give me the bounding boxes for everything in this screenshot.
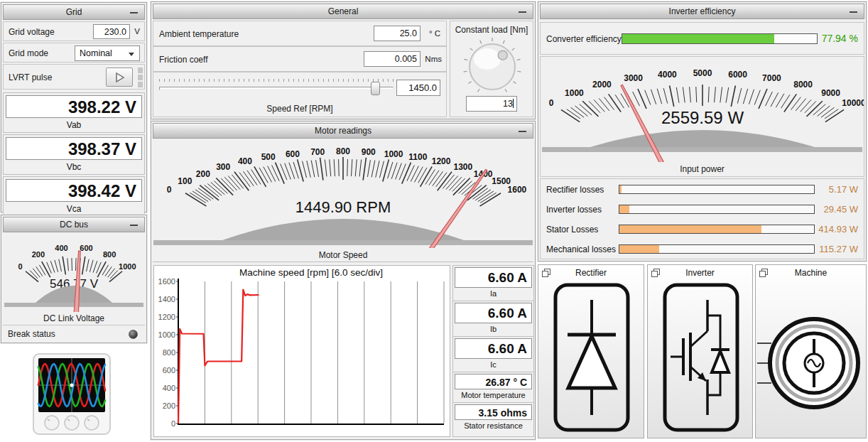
- machine-panel: Machine: [755, 264, 867, 438]
- constant-load-box: Constant load [Nm] 13: [450, 21, 533, 117]
- friction-coeff-input[interactable]: 0.005: [364, 51, 421, 67]
- minimize-icon[interactable]: [519, 11, 526, 13]
- speed-ref-input[interactable]: 1450.0: [396, 80, 440, 96]
- reading-ia: 6.60 A Ia: [453, 267, 533, 301]
- reading-ic: 6.60 A Ic: [453, 338, 533, 372]
- ambient-temperature-label: Ambient temperature: [159, 29, 239, 39]
- svg-text:800: 800: [103, 250, 116, 259]
- svg-text:7000: 7000: [762, 73, 781, 83]
- svg-text:200: 200: [32, 250, 45, 259]
- machine-icon: [756, 281, 866, 436]
- svg-text:400: 400: [163, 384, 175, 392]
- friction-coeff-row: Friction coeff 0.005 Nms: [153, 46, 447, 72]
- speed-ref-slider-handle[interactable]: [371, 82, 380, 95]
- reading-ib: 6.60 A Ib: [453, 303, 533, 337]
- converter-efficiency-bar: [622, 33, 818, 44]
- constant-load-input[interactable]: 13: [466, 96, 517, 112]
- grid-mode-label: Grid mode: [9, 48, 48, 58]
- grid-voltage-input[interactable]: 230.0: [93, 24, 130, 39]
- restore-icon[interactable]: [759, 269, 769, 278]
- panel-title: Inverter efficiency: [669, 6, 736, 16]
- svg-text:0: 0: [167, 185, 172, 195]
- svg-text:2559.59 W: 2559.59 W: [661, 108, 744, 127]
- restore-icon[interactable]: [542, 269, 551, 278]
- break-status-label: Break status: [8, 329, 55, 339]
- svg-text:100: 100: [178, 176, 192, 186]
- ambient-temperature-row: Ambient temperature 25.0 ° C: [153, 21, 447, 46]
- svg-text:1000: 1000: [565, 88, 584, 98]
- grid-voltage-unit: V: [134, 27, 140, 36]
- ambient-temperature-unit: ° C: [429, 29, 440, 38]
- minimize-icon[interactable]: [519, 131, 526, 132]
- speed-ref-slider-track[interactable]: [159, 87, 394, 90]
- reading-stator-resistance: 3.15 ohms Stator resistance: [453, 404, 533, 433]
- rectifier-panel: Rectifier: [538, 264, 644, 438]
- grid-mode-select[interactable]: Nominal: [75, 45, 140, 61]
- svg-text:5000: 5000: [693, 68, 712, 78]
- svg-text:1000: 1000: [119, 262, 136, 271]
- loss-row-mechanical: Mechanical losses 115.27 W: [541, 239, 864, 259]
- lvrt-play-button[interactable]: [106, 68, 133, 87]
- machine-speed-chart: 02004006008001000120014001600Machine spe…: [154, 266, 448, 435]
- motor-readings-titlebar: Motor readings: [153, 123, 533, 139]
- loss-row-stator: Stator Losses 414.93 W: [541, 220, 864, 239]
- svg-text:800: 800: [163, 348, 175, 357]
- svg-text:0: 0: [549, 98, 554, 108]
- svg-text:900: 900: [362, 147, 376, 157]
- motor-readings-panel: Motor readings 0100200300400500600700800…: [151, 121, 536, 440]
- svg-text:600: 600: [80, 244, 92, 252]
- svg-text:200: 200: [163, 401, 175, 410]
- minimize-icon[interactable]: [850, 11, 857, 13]
- svg-text:1600: 1600: [158, 277, 175, 286]
- friction-coeff-label: Friction coeff: [159, 55, 207, 65]
- converter-efficiency-fill: [622, 34, 774, 43]
- panel-title: Grid: [66, 7, 82, 17]
- voltage-display-vab: 398.22 V Vab: [3, 92, 145, 133]
- grid-mode-row: Grid mode Nominal: [3, 43, 145, 63]
- input-power-frame: 0100020003000400050006000700080009000100…: [540, 56, 864, 177]
- constant-load-knob[interactable]: [458, 37, 526, 95]
- dc-link-voltage-gauge: 02004006008001000546.77 V: [3, 234, 145, 312]
- svg-text:3000: 3000: [624, 73, 643, 83]
- converter-efficiency-label: Converter efficiency: [546, 34, 622, 44]
- svg-text:1449.90 RPM: 1449.90 RPM: [295, 198, 391, 216]
- inverter-efficiency-panel: Inverter efficiency Converter efficiency…: [538, 1, 867, 262]
- panel-title: General: [328, 6, 359, 16]
- restore-icon[interactable]: [651, 269, 661, 278]
- svg-text:800: 800: [336, 146, 350, 156]
- minimize-icon[interactable]: [130, 225, 138, 226]
- constant-load-label: Constant load [Nm]: [450, 25, 533, 35]
- svg-text:10000: 10000: [842, 98, 864, 108]
- dc-gauge-label: DC Link Voltage: [1, 313, 146, 323]
- svg-text:1200: 1200: [432, 156, 451, 166]
- minimize-icon[interactable]: [130, 12, 138, 14]
- motor-readings-column: 6.60 A Ia 6.60 A Ib 6.60 A Ic 26.87 ° C …: [452, 265, 534, 437]
- device-title: Inverter: [648, 265, 752, 278]
- converter-efficiency-value: 77.94 %: [822, 33, 858, 44]
- display-label: Vbc: [4, 162, 144, 174]
- scroll-strip[interactable]: [137, 66, 143, 87]
- general-titlebar: General: [153, 4, 533, 19]
- display-value: 398.42 V: [6, 179, 142, 202]
- motor-speed-gauge-label: Motor Speed: [153, 248, 533, 262]
- ambient-temperature-input[interactable]: 25.0: [374, 26, 421, 41]
- input-power-label: Input power: [541, 164, 864, 174]
- speed-ref-label: Speed Ref [RPM]: [153, 104, 446, 114]
- display-label: Vab: [4, 120, 144, 132]
- diode-icon: [546, 281, 638, 435]
- motor-speed-gauge: 0100200300400500600700800900100011001200…: [152, 140, 534, 248]
- voltage-display-vbc: 398.37 V Vbc: [3, 134, 145, 175]
- svg-text:Machine speed [rpm] [6.0 sec/d: Machine speed [rpm] [6.0 sec/div]: [239, 267, 383, 278]
- machine-speed-chartbox: 02004006008001000120014001600Machine spe…: [153, 265, 450, 437]
- break-status-row: Break status: [3, 325, 145, 342]
- chevron-down-icon: [129, 53, 134, 56]
- input-power-gauge: 0100020003000400050006000700080009000100…: [541, 57, 864, 162]
- svg-text:600: 600: [286, 149, 300, 159]
- loss-row-rectifier: Rectifier losses 5.17 W: [541, 180, 864, 200]
- svg-text:1000: 1000: [384, 149, 403, 159]
- svg-text:600: 600: [163, 366, 175, 374]
- svg-text:500: 500: [261, 152, 276, 162]
- lvrt-pulse-row: LVRT pulse: [3, 64, 145, 90]
- svg-text:200: 200: [196, 169, 210, 179]
- panel-title: DC bus: [60, 220, 88, 230]
